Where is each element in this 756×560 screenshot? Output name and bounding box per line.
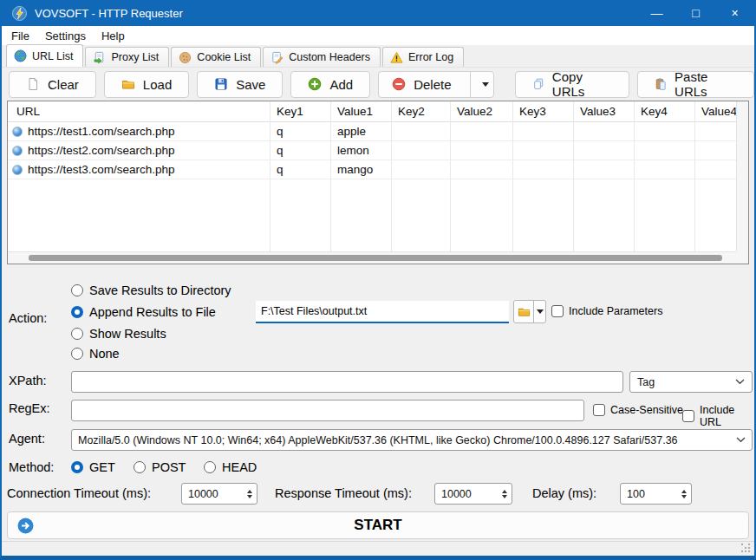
spinner-arrows[interactable] xyxy=(676,484,691,504)
add-button[interactable]: Add xyxy=(290,71,370,98)
column-header-value4[interactable]: Value4 xyxy=(694,105,736,118)
connection-timeout-label: Connection Timeout (ms): xyxy=(7,486,151,500)
column-header-key1[interactable]: Key1 xyxy=(270,105,330,118)
radio-append-results-to-file[interactable]: Append Results to File xyxy=(71,303,216,321)
column-divider xyxy=(330,101,331,251)
radio-label: GET xyxy=(89,460,115,474)
vovsoft-logo-icon xyxy=(12,6,27,21)
radio-method-get[interactable]: GET xyxy=(71,459,115,476)
delete-dropdown-arrow[interactable] xyxy=(479,72,493,97)
column-divider xyxy=(391,101,392,251)
cell-key1: q xyxy=(270,144,330,157)
toolbar: Clear Load Save Add xyxy=(2,68,754,101)
cell-key1: q xyxy=(270,163,330,176)
settings-panel: Action: Save Results to Directory Append… xyxy=(2,264,754,541)
radio-label: None xyxy=(89,347,120,361)
status-bar xyxy=(2,541,754,556)
menu-file[interactable]: File xyxy=(3,28,37,44)
radio-none[interactable]: None xyxy=(71,345,120,362)
connection-timeout-spinner[interactable] xyxy=(181,483,257,505)
edit-document-icon xyxy=(270,51,284,64)
horizontal-scrollbar[interactable] xyxy=(8,251,736,264)
spinner-arrows[interactable] xyxy=(242,484,257,504)
proxy-document-icon xyxy=(93,51,106,64)
radio-save-results-to-directory[interactable]: Save Results to Directory xyxy=(71,282,231,299)
table-header: URL Key1 Value1 Key2 Value2 Key3 Value3 … xyxy=(8,101,736,122)
button-label: Clear xyxy=(48,77,79,92)
save-button[interactable]: Save xyxy=(197,71,283,98)
column-divider xyxy=(634,101,635,251)
table-row[interactable]: https://test1.com/search.php q apple xyxy=(8,122,736,141)
radio-method-head[interactable]: HEAD xyxy=(204,459,257,476)
delete-button[interactable]: Delete xyxy=(379,72,461,97)
radio-show-results[interactable]: Show Results xyxy=(71,325,166,342)
connection-timeout-input[interactable] xyxy=(182,484,242,504)
radio-icon xyxy=(71,348,83,360)
window-title: VOVSOFT - HTTP Requester xyxy=(35,7,183,20)
include-url-checkbox[interactable]: Include URL xyxy=(682,404,754,428)
tab-url-list[interactable]: URL List xyxy=(6,44,83,67)
column-header-value1[interactable]: Value1 xyxy=(330,105,391,118)
include-parameters-checkbox[interactable]: Include Parameters xyxy=(551,305,662,317)
spinner-arrows[interactable] xyxy=(497,484,512,504)
menu-settings[interactable]: Settings xyxy=(37,28,94,44)
maximize-button[interactable]: □ xyxy=(676,0,715,26)
agent-input[interactable] xyxy=(71,429,753,451)
browse-dropdown-arrow[interactable] xyxy=(534,301,545,322)
radio-icon xyxy=(71,284,83,296)
paste-urls-button[interactable]: Paste URLs xyxy=(637,71,754,98)
menu-help[interactable]: Help xyxy=(94,28,133,44)
close-button[interactable]: × xyxy=(715,0,754,26)
case-sensitive-checkbox[interactable]: Case-Sensitive xyxy=(593,404,683,416)
start-button[interactable]: START xyxy=(7,511,749,539)
url-orb-icon xyxy=(12,127,23,137)
spin-down-icon xyxy=(247,495,252,498)
resize-grip[interactable] xyxy=(741,544,743,545)
tab-cookie-list[interactable]: Cookie List xyxy=(171,47,261,67)
column-divider xyxy=(270,101,270,251)
scrollbar-thumb[interactable] xyxy=(29,255,722,261)
checkbox-label: Include URL xyxy=(700,404,754,428)
response-timeout-input[interactable] xyxy=(435,484,497,504)
delay-input[interactable] xyxy=(621,484,676,504)
cell-value1: mango xyxy=(330,163,391,176)
clear-button[interactable]: Clear xyxy=(9,71,96,98)
column-header-key2[interactable]: Key2 xyxy=(391,105,450,118)
table-content: URL Key1 Value1 Key2 Value2 Key3 Value3 … xyxy=(8,101,736,251)
tab-custom-headers[interactable]: Custom Headers xyxy=(263,47,381,67)
column-header-key3[interactable]: Key3 xyxy=(512,105,573,118)
copy-urls-button[interactable]: Copy URLs xyxy=(515,71,629,98)
cell-url: https://test3.com/search.php xyxy=(28,163,175,176)
regex-input[interactable] xyxy=(71,400,584,421)
tab-error-log[interactable]: Error Log xyxy=(382,47,464,67)
output-file-input[interactable] xyxy=(256,301,509,323)
load-button[interactable]: Load xyxy=(104,71,189,98)
column-header-value3[interactable]: Value3 xyxy=(573,105,634,118)
vertical-scrollbar[interactable] xyxy=(736,101,748,251)
tab-label: Proxy List xyxy=(111,51,159,63)
column-header-key4[interactable]: Key4 xyxy=(634,105,694,118)
response-timeout-spinner[interactable] xyxy=(434,483,512,505)
column-header-url[interactable]: URL xyxy=(8,105,270,118)
radio-method-post[interactable]: POST xyxy=(134,459,186,476)
spin-down-icon xyxy=(502,495,507,498)
url-orb-icon xyxy=(12,165,23,175)
url-table: URL Key1 Value1 Key2 Value2 Key3 Value3 … xyxy=(7,101,749,264)
tag-dropdown[interactable]: Tag xyxy=(629,371,753,393)
delay-spinner[interactable] xyxy=(620,483,692,505)
button-label: Paste URLs xyxy=(675,69,737,99)
table-row[interactable]: https://test2.com/search.php q lemon xyxy=(8,141,736,160)
table-row[interactable]: https://test3.com/search.php q mango xyxy=(8,160,736,179)
agent-combobox[interactable] xyxy=(71,429,753,451)
tab-proxy-list[interactable]: Proxy List xyxy=(85,47,169,67)
start-arrow-icon xyxy=(17,518,34,534)
browse-button[interactable] xyxy=(514,301,533,322)
xpath-input[interactable] xyxy=(71,371,623,393)
tab-label: Cookie List xyxy=(197,51,251,63)
divider xyxy=(470,72,471,97)
column-header-value2[interactable]: Value2 xyxy=(450,105,512,118)
menu-bar: File Settings Help xyxy=(2,26,754,45)
minimize-button[interactable]: — xyxy=(637,0,676,26)
radio-label: Save Results to Directory xyxy=(89,283,231,297)
delay-label: Delay (ms): xyxy=(532,486,596,500)
